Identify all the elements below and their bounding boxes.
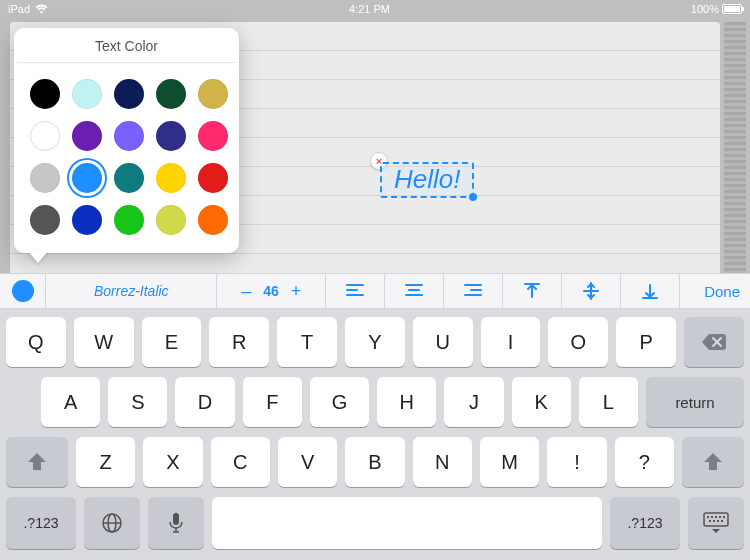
key-h[interactable]: H	[377, 377, 436, 427]
text-color-button[interactable]	[0, 274, 45, 308]
color-swatch[interactable]	[30, 205, 60, 235]
color-swatch[interactable]	[198, 79, 228, 109]
done-button[interactable]: Done	[680, 274, 750, 308]
color-swatch[interactable]	[198, 205, 228, 235]
key-t[interactable]: T	[277, 317, 337, 367]
svg-rect-25	[711, 516, 713, 518]
svg-rect-30	[713, 520, 715, 522]
color-swatch[interactable]	[198, 163, 228, 193]
space-key[interactable]	[212, 497, 602, 549]
font-size-increase-button[interactable]: +	[291, 281, 302, 302]
color-swatch[interactable]	[156, 163, 186, 193]
font-size-decrease-button[interactable]: –	[241, 281, 251, 302]
svg-rect-28	[723, 516, 725, 518]
status-bar: iPad 4:21 PM 100%	[0, 0, 750, 18]
color-swatch[interactable]	[30, 163, 60, 193]
key-j[interactable]: J	[444, 377, 503, 427]
color-dot-icon	[12, 280, 34, 302]
color-swatch[interactable]	[72, 121, 102, 151]
svg-rect-29	[709, 520, 711, 522]
color-swatch[interactable]	[72, 205, 102, 235]
key-f[interactable]: F	[243, 377, 302, 427]
wifi-icon	[35, 4, 48, 14]
color-swatch[interactable]	[198, 121, 228, 151]
battery-indicator: 100%	[691, 3, 742, 15]
key-b[interactable]: B	[345, 437, 404, 487]
font-size-value: 46	[263, 283, 279, 299]
clock-label: 4:21 PM	[349, 3, 390, 15]
valign-bottom-button[interactable]	[621, 274, 679, 308]
valign-middle-button[interactable]	[562, 274, 620, 308]
color-swatch[interactable]	[156, 121, 186, 151]
color-swatch[interactable]	[114, 121, 144, 151]
battery-percent-label: 100%	[691, 3, 719, 15]
key-o[interactable]: O	[548, 317, 608, 367]
key-d[interactable]: D	[175, 377, 234, 427]
key-w[interactable]: W	[74, 317, 134, 367]
font-picker-button[interactable]: Borrez-Italic	[46, 274, 216, 308]
shift-key[interactable]	[6, 437, 68, 487]
onscreen-keyboard: QWERTYUIOP ASDFGHJKLreturn ZXCVBNM!? .?1…	[0, 309, 750, 560]
font-size-control: – 46 +	[217, 274, 325, 308]
key-n[interactable]: N	[413, 437, 472, 487]
svg-rect-26	[715, 516, 717, 518]
popover-arrow	[28, 251, 48, 263]
color-swatch-grid	[14, 63, 239, 253]
key-p[interactable]: P	[616, 317, 676, 367]
text-object-content[interactable]: Hello!	[394, 164, 460, 194]
shift-key[interactable]	[682, 437, 744, 487]
return-key[interactable]: return	[646, 377, 744, 427]
key-k[interactable]: K	[512, 377, 571, 427]
numbers-mode-key[interactable]: .?123	[610, 497, 680, 549]
color-swatch[interactable]	[30, 121, 60, 151]
vertical-ruler	[724, 22, 746, 285]
key-v[interactable]: V	[278, 437, 337, 487]
dismiss-keyboard-key[interactable]	[688, 497, 744, 549]
color-swatch[interactable]	[72, 163, 102, 193]
align-center-button[interactable]	[385, 274, 443, 308]
svg-rect-20	[173, 513, 179, 525]
svg-rect-32	[721, 520, 723, 522]
key-i[interactable]: I	[481, 317, 541, 367]
globe-key[interactable]	[84, 497, 140, 549]
valign-top-button[interactable]	[503, 274, 561, 308]
color-swatch[interactable]	[114, 163, 144, 193]
color-swatch[interactable]	[114, 205, 144, 235]
align-left-button[interactable]	[326, 274, 384, 308]
key-r[interactable]: R	[209, 317, 269, 367]
key-l[interactable]: L	[579, 377, 638, 427]
dictation-key[interactable]	[148, 497, 204, 549]
color-swatch[interactable]	[114, 79, 144, 109]
carrier-label: iPad	[8, 3, 30, 15]
align-right-button[interactable]	[444, 274, 502, 308]
backspace-key[interactable]	[684, 317, 744, 367]
key-s[interactable]: S	[108, 377, 167, 427]
text-color-popover: Text Color	[14, 28, 239, 253]
key-q[interactable]: Q	[6, 317, 66, 367]
popover-title: Text Color	[14, 28, 239, 62]
key-z[interactable]: Z	[76, 437, 135, 487]
color-swatch[interactable]	[72, 79, 102, 109]
svg-rect-31	[717, 520, 719, 522]
key-g[interactable]: G	[310, 377, 369, 427]
color-swatch[interactable]	[156, 205, 186, 235]
color-swatch[interactable]	[30, 79, 60, 109]
text-object[interactable]: × Hello!	[380, 162, 474, 198]
key-question[interactable]: ?	[615, 437, 674, 487]
key-exclaim[interactable]: !	[547, 437, 606, 487]
color-swatch[interactable]	[156, 79, 186, 109]
key-e[interactable]: E	[142, 317, 202, 367]
svg-rect-27	[719, 516, 721, 518]
numbers-mode-key[interactable]: .?123	[6, 497, 76, 549]
key-c[interactable]: C	[211, 437, 270, 487]
text-toolbar: Borrez-Italic – 46 + Done	[0, 273, 750, 309]
key-x[interactable]: X	[143, 437, 202, 487]
svg-rect-23	[704, 513, 728, 526]
svg-rect-24	[707, 516, 709, 518]
key-u[interactable]: U	[413, 317, 473, 367]
key-m[interactable]: M	[480, 437, 539, 487]
key-a[interactable]: A	[41, 377, 100, 427]
key-y[interactable]: Y	[345, 317, 405, 367]
